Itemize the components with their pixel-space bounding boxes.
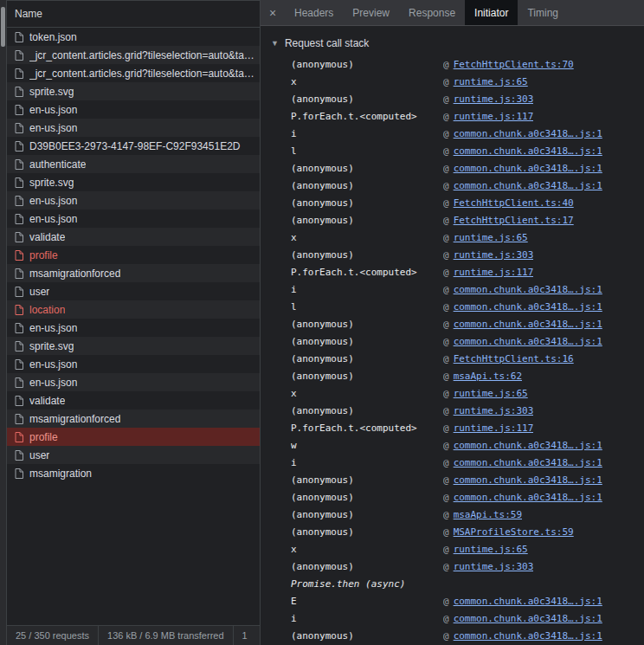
stack-location-link[interactable]: common.chunk.a0c3418….js:1 <box>454 284 602 295</box>
request-row[interactable]: sprite.svg <box>7 173 260 191</box>
stack-location-link[interactable]: FetchHttpClient.ts:16 <box>454 353 574 364</box>
stack-location-link[interactable]: common.chunk.a0c3418….js:1 <box>454 596 602 607</box>
call-stack-frame: i @ common.chunk.a0c3418….js:1 <box>261 610 644 627</box>
request-row[interactable]: D39B0EE3-2973-4147-98EF-C92F93451E2D <box>7 137 260 155</box>
close-icon[interactable]: × <box>261 0 285 25</box>
request-row[interactable]: profile <box>7 428 260 446</box>
at-prefix: @ <box>443 145 449 157</box>
status-truncated-segment: 1 <box>234 626 256 645</box>
request-row[interactable]: _jcr_content.articles.grid?tileselection… <box>7 46 260 64</box>
request-row[interactable]: token.json <box>7 28 260 46</box>
stack-location-link[interactable]: common.chunk.a0c3418….js:1 <box>454 163 602 174</box>
stack-location-link[interactable]: runtime.js:65 <box>454 544 528 555</box>
request-row[interactable]: validate <box>7 228 260 246</box>
stack-location-link[interactable]: common.chunk.a0c3418….js:1 <box>454 630 602 642</box>
name-column-header[interactable]: Name <box>7 0 260 28</box>
stack-location-link[interactable]: common.chunk.a0c3418….js:1 <box>454 613 602 624</box>
stack-location-link[interactable]: common.chunk.a0c3418….js:1 <box>454 319 602 330</box>
stack-location: @ common.chunk.a0c3418….js:1 <box>443 613 602 624</box>
call-stack-frame: l @ common.chunk.a0c3418….js:1 <box>261 142 644 159</box>
call-stack-frame: x @ runtime.js:65 <box>261 229 644 246</box>
request-row[interactable]: validate <box>7 391 260 410</box>
stack-location-link[interactable]: msaApi.ts:59 <box>454 509 522 520</box>
scrollbar-thumb[interactable] <box>1 7 5 47</box>
at-prefix: @ <box>443 492 449 503</box>
stack-location-link[interactable]: runtime.js:303 <box>454 249 534 261</box>
request-row[interactable]: authenticate <box>7 155 260 173</box>
request-row[interactable]: en-us.json <box>7 100 260 119</box>
tab-initiator[interactable]: Initiator <box>465 0 518 25</box>
file-icon <box>15 196 23 206</box>
request-name: validate <box>29 395 65 407</box>
stack-location-link[interactable]: MSAProfileStore.ts:59 <box>454 526 574 538</box>
request-row[interactable]: _jcr_content.articles.grid?tileselection… <box>7 64 260 82</box>
at-prefix: @ <box>443 111 449 122</box>
tab-timing[interactable]: Timing <box>518 0 568 25</box>
stack-location-link[interactable]: runtime.js:117 <box>454 111 534 122</box>
tab-preview[interactable]: Preview <box>343 0 399 25</box>
stack-location-link[interactable]: common.chunk.a0c3418….js:1 <box>454 180 602 191</box>
stack-location-link[interactable]: common.chunk.a0c3418….js:1 <box>454 474 602 486</box>
request-row[interactable]: user <box>7 446 260 464</box>
stack-location-link[interactable]: FetchHttpClient.ts:70 <box>454 59 574 70</box>
left-scrollbar[interactable] <box>0 0 7 645</box>
file-icon <box>15 123 23 133</box>
tab-response[interactable]: Response <box>399 0 465 25</box>
call-stack-frame: w @ common.chunk.a0c3418….js:1 <box>261 436 644 454</box>
request-name: profile <box>29 431 58 443</box>
call-stack-frame: (anonymous) @ common.chunk.a0c3418….js:1 <box>261 159 644 177</box>
file-icon <box>15 450 23 461</box>
stack-location-link[interactable]: runtime.js:303 <box>454 94 534 105</box>
request-row[interactable]: sprite.svg <box>7 337 260 355</box>
request-row[interactable]: msamigration <box>7 464 260 482</box>
request-row[interactable]: en-us.json <box>7 119 260 137</box>
request-row[interactable]: user <box>7 282 260 300</box>
request-row[interactable]: profile <box>7 246 260 264</box>
request-row[interactable]: en-us.json <box>7 319 260 337</box>
request-row[interactable]: en-us.json <box>7 373 260 391</box>
stack-location-link[interactable]: runtime.js:303 <box>454 405 534 416</box>
call-stack-list: (anonymous) @ FetchHttpClient.ts:70 x @ … <box>261 54 644 645</box>
stack-location-link[interactable]: runtime.js:65 <box>454 76 528 87</box>
stack-location-link[interactable]: common.chunk.a0c3418….js:1 <box>454 128 602 139</box>
request-row[interactable]: en-us.json <box>7 210 260 228</box>
stack-function-name: (anonymous) <box>291 215 443 226</box>
stack-location-link[interactable]: msaApi.ts:62 <box>454 371 522 382</box>
requests-count: 25 / 350 requests <box>7 626 99 645</box>
request-row[interactable]: msamigrationforced <box>7 264 260 282</box>
stack-location-link[interactable]: runtime.js:65 <box>454 232 528 243</box>
stack-location-link[interactable]: common.chunk.a0c3418….js:1 <box>454 301 602 313</box>
stack-location-link[interactable]: runtime.js:117 <box>454 422 534 434</box>
stack-location-link[interactable]: common.chunk.a0c3418….js:1 <box>454 336 602 347</box>
stack-location-link[interactable]: runtime.js:303 <box>454 561 534 572</box>
call-stack-frame: (anonymous) @ msaApi.ts:59 <box>261 506 644 523</box>
stack-function-name: x <box>291 232 443 243</box>
request-row[interactable]: en-us.json <box>7 355 260 373</box>
stack-location-link[interactable]: common.chunk.a0c3418….js:1 <box>454 440 602 451</box>
request-row[interactable]: location <box>7 300 260 319</box>
at-prefix: @ <box>443 267 449 278</box>
stack-location-link[interactable]: FetchHttpClient.ts:40 <box>454 197 574 209</box>
stack-function-name: i <box>291 128 443 139</box>
stack-function-name: (anonymous) <box>291 561 443 572</box>
stack-location-link[interactable]: common.chunk.a0c3418….js:1 <box>454 145 602 157</box>
stack-location-link[interactable]: common.chunk.a0c3418….js:1 <box>454 457 602 468</box>
call-stack-section-header[interactable]: ▼ Request call stack <box>261 33 644 54</box>
stack-function-name: i <box>291 613 443 624</box>
stack-location-link[interactable]: runtime.js:117 <box>454 267 534 278</box>
at-prefix: @ <box>443 336 449 347</box>
stack-location: @ common.chunk.a0c3418….js:1 <box>443 163 602 174</box>
stack-location-link[interactable]: FetchHttpClient.ts:17 <box>454 215 574 226</box>
stack-location-link[interactable]: runtime.js:65 <box>454 388 528 399</box>
details-tabs-bar: × HeadersPreviewResponseInitiatorTiming <box>261 0 644 26</box>
request-row[interactable]: sprite.svg <box>7 82 260 100</box>
chevron-down-icon[interactable]: ▼ <box>271 40 279 48</box>
call-stack-frame: (anonymous) @ common.chunk.a0c3418….js:1 <box>261 177 644 194</box>
tab-headers[interactable]: Headers <box>285 0 343 25</box>
request-name: sprite.svg <box>29 86 74 98</box>
stack-location-link[interactable]: common.chunk.a0c3418….js:1 <box>454 492 602 503</box>
at-prefix: @ <box>443 613 449 624</box>
at-prefix: @ <box>443 388 449 399</box>
request-row[interactable]: msamigrationforced <box>7 410 260 428</box>
request-row[interactable]: en-us.json <box>7 191 260 210</box>
